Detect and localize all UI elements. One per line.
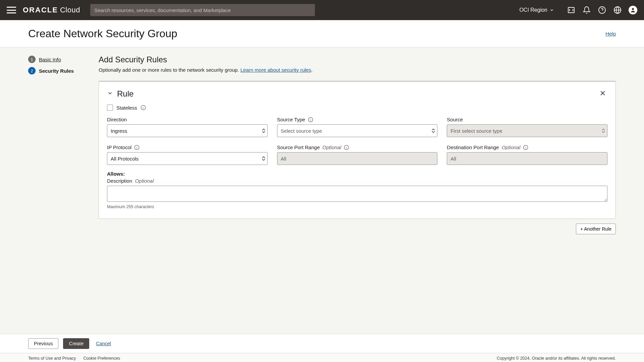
ip-protocol-select[interactable]: All Protocols — [107, 152, 268, 165]
source-select[interactable]: First select source type — [447, 124, 607, 137]
section-title: Add Security Rules — [99, 55, 616, 64]
stateless-checkbox[interactable] — [107, 105, 113, 111]
avatar-icon[interactable] — [629, 6, 637, 14]
wizard-steps: 1 Basic Info 2 Security Rules — [28, 55, 92, 334]
step-basic-info[interactable]: 1 Basic Info — [28, 56, 92, 63]
help-link[interactable]: Help — [605, 31, 616, 37]
cancel-button[interactable]: Cancel — [94, 341, 113, 346]
search-input[interactable] — [90, 4, 315, 16]
svg-point-5 — [632, 8, 634, 10]
source-type-label: Source Type — [277, 117, 305, 122]
region-selector[interactable]: OCI Region — [519, 7, 554, 13]
menu-icon[interactable] — [7, 7, 16, 13]
close-icon[interactable] — [598, 88, 607, 99]
source-type-select[interactable]: Select source type — [277, 124, 438, 137]
section-description: Optionally add one or more rules to the … — [99, 67, 616, 73]
info-icon[interactable] — [308, 117, 313, 122]
copyright-text: Copyright © 2024, Oracle and/or its affi… — [497, 356, 616, 361]
add-another-rule-button[interactable]: + Another Rule — [576, 224, 616, 234]
section-desc-post: . — [311, 67, 313, 73]
source-port-input-wrap — [277, 152, 438, 165]
info-icon[interactable] — [134, 145, 140, 150]
source-label: Source — [447, 117, 463, 122]
collapse-icon[interactable] — [107, 90, 113, 98]
step-label: Security Rules — [39, 68, 74, 74]
learn-more-link[interactable]: Learn more about security rules — [240, 67, 311, 73]
topbar-icons — [567, 6, 637, 14]
source-placeholder: First select source type — [450, 128, 502, 134]
step-number: 1 — [28, 56, 36, 63]
topbar: ORACLE Cloud OCI Region — [0, 0, 644, 20]
dest-port-input-wrap — [447, 152, 607, 165]
region-label: OCI Region — [519, 7, 547, 13]
logo-oracle-text: ORACLE — [23, 6, 58, 14]
page-title: Create Network Security Group — [28, 27, 177, 40]
source-type-placeholder: Select source type — [281, 128, 322, 134]
logo-cloud-text: Cloud — [60, 6, 80, 14]
oracle-cloud-logo[interactable]: ORACLE Cloud — [23, 6, 80, 14]
step-label: Basic Info — [39, 57, 61, 62]
main-content: Add Security Rules Optionally add one or… — [99, 55, 616, 334]
info-icon[interactable] — [523, 145, 528, 150]
create-button[interactable]: Create — [63, 338, 89, 349]
description-label: Description — [107, 178, 132, 184]
previous-button[interactable]: Previous — [28, 338, 58, 349]
allows-label: Allows: — [107, 171, 607, 177]
globe-icon[interactable] — [613, 6, 622, 14]
field-source-type: Source Type Select source type — [277, 117, 438, 137]
search-wrap — [90, 4, 315, 16]
optional-text: Optional — [322, 144, 341, 150]
source-port-input[interactable] — [281, 153, 427, 165]
ip-protocol-value: All Protocols — [111, 156, 139, 162]
optional-text: Optional — [135, 178, 154, 184]
direction-value: Ingress — [111, 128, 127, 134]
section-desc-text: Optionally add one or more rules to the … — [99, 67, 240, 73]
dest-port-input[interactable] — [450, 153, 597, 165]
description-label-row: Description Optional — [107, 178, 607, 184]
field-source-port: Source Port Range Optional — [277, 144, 438, 165]
rule-title: Rule — [117, 89, 133, 99]
spinner-icon — [262, 157, 265, 161]
field-source: Source First select source type — [447, 117, 607, 137]
step-security-rules: 2 Security Rules — [28, 67, 92, 74]
spinner-icon — [432, 129, 435, 133]
action-bar: Previous Create Cancel — [0, 334, 644, 353]
source-port-label: Source Port Range — [277, 144, 320, 150]
description-textarea[interactable] — [107, 186, 607, 202]
field-direction: Direction Ingress — [107, 117, 268, 137]
dev-tools-icon[interactable] — [567, 6, 576, 14]
direction-label: Direction — [107, 117, 127, 122]
terms-link[interactable]: Terms of Use and Privacy — [28, 356, 76, 361]
dest-port-label: Destination Port Range — [447, 144, 499, 150]
field-dest-port: Destination Port Range Optional — [447, 144, 607, 165]
step-number: 2 — [28, 67, 36, 74]
rule-card: Rule Stateless Direction Ingress — [99, 81, 616, 219]
optional-text: Optional — [501, 144, 520, 150]
info-icon[interactable] — [344, 145, 349, 150]
help-icon[interactable] — [598, 6, 606, 14]
ip-protocol-label: IP Protocol — [107, 144, 131, 150]
stateless-label: Stateless — [116, 105, 137, 111]
chevron-down-icon — [549, 8, 554, 12]
cookie-preferences-link[interactable]: Cookie Preferences — [83, 356, 120, 361]
page-header: Create Network Security Group Help — [0, 20, 644, 48]
spinner-icon — [602, 129, 605, 133]
field-ip-protocol: IP Protocol All Protocols — [107, 144, 268, 165]
legal-footer: Terms of Use and Privacy Cookie Preferen… — [0, 353, 644, 362]
description-hint: Maximum 255 characters — [107, 204, 607, 209]
notifications-icon[interactable] — [582, 6, 591, 14]
direction-select[interactable]: Ingress — [107, 124, 268, 137]
svg-point-1 — [599, 7, 605, 13]
info-icon[interactable] — [141, 105, 146, 110]
spinner-icon — [262, 129, 265, 133]
